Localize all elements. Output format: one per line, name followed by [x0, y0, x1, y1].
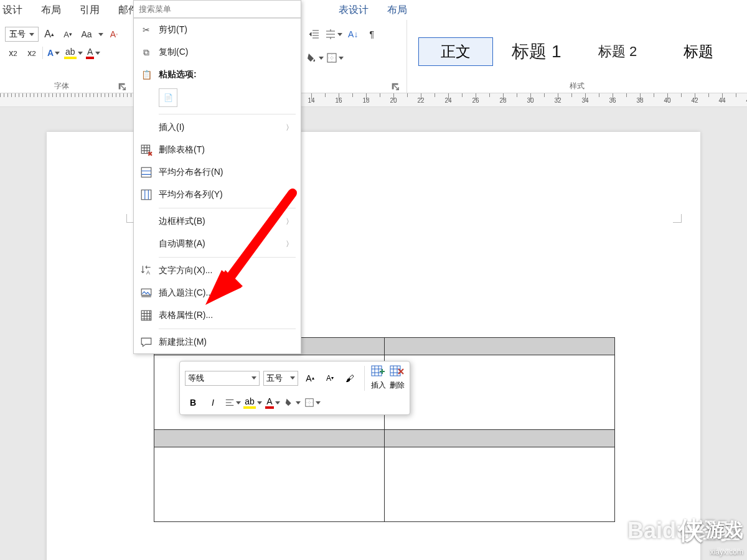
caption-icon: [140, 287, 153, 299]
indent-decrease-button[interactable]: [306, 26, 322, 42]
menu-item-label: 插入题注(C)...: [159, 287, 213, 299]
ruler-number: 44: [718, 97, 725, 104]
menu-copy[interactable]: ⧉ 复制(C): [134, 41, 301, 63]
menu-cut[interactable]: ✂ 剪切(T): [134, 19, 301, 41]
mini-font-color[interactable]: A: [265, 394, 281, 411]
mini-italic[interactable]: I: [205, 394, 221, 411]
text-effects-button[interactable]: A: [45, 45, 62, 61]
svg-rect-3: [141, 190, 151, 200]
menu-distribute-rows[interactable]: 平均分布各行(N): [134, 161, 301, 184]
menu-item-label: 新建批注(M): [159, 337, 207, 348]
shading-button[interactable]: [306, 50, 324, 66]
mini-delete-button[interactable]: 删除: [390, 365, 405, 391]
svg-text:A: A: [146, 269, 150, 276]
ruler-number: 24: [444, 97, 451, 104]
ruler[interactable]: /* no-op placeholder */ 1416182022242628…: [0, 93, 747, 107]
clear-formatting-button[interactable]: A◦: [106, 26, 122, 42]
chevron-right-icon: 〉: [286, 217, 293, 227]
tab-table-design[interactable]: 表设计: [336, 1, 371, 19]
mini-btn-label: 插入: [371, 380, 386, 391]
borders-button[interactable]: [326, 50, 344, 66]
menu-table-properties[interactable]: 表格属性(R)...: [134, 304, 301, 327]
mini-shading[interactable]: [284, 394, 301, 411]
menu-distribute-cols[interactable]: 平均分布各列(Y): [134, 184, 301, 206]
show-marks-button[interactable]: ¶: [364, 26, 380, 42]
mini-borders[interactable]: [304, 394, 321, 411]
ruler-number: 28: [499, 97, 506, 104]
font-color-button[interactable]: A: [85, 45, 101, 61]
table-delete-icon: [390, 365, 405, 379]
tab-references[interactable]: 引用: [77, 1, 102, 19]
sort-button[interactable]: A↓: [345, 26, 361, 42]
mini-toolbar: 等线 五号 A▴ A▾ 🖌 插入 删除 B I ab A: [179, 361, 410, 415]
group-label-styles: 样式: [412, 80, 742, 91]
mini-align[interactable]: [225, 394, 241, 411]
menu-search[interactable]: [134, 1, 301, 19]
shrink-font-button[interactable]: A▾: [60, 26, 76, 42]
change-case-button[interactable]: Aa: [78, 26, 95, 42]
menu-new-comment[interactable]: 新建批注(M): [134, 331, 301, 353]
distribute-cols-icon: [140, 189, 153, 201]
mini-format-painter[interactable]: 🖌: [342, 370, 358, 386]
svg-rect-10: [306, 399, 313, 406]
menu-item-label: 自动调整(A): [159, 238, 205, 250]
paragraph-dialog-launcher-icon[interactable]: [392, 83, 400, 91]
mini-size-select[interactable]: 五号: [263, 371, 298, 386]
table-row[interactable]: [154, 447, 615, 522]
mini-btn-label: 删除: [390, 380, 405, 391]
mini-shrink-font[interactable]: A▾: [322, 370, 338, 386]
menu-item-label: 剪切(T): [159, 24, 187, 35]
menu-autofit[interactable]: 自动调整(A) 〉: [134, 233, 301, 255]
svg-rect-2: [141, 167, 151, 177]
menu-item-label: 粘贴选项:: [159, 69, 197, 80]
mini-grow-font[interactable]: A▴: [302, 370, 318, 386]
menu-insert[interactable]: 插入(I) 〉: [134, 116, 301, 139]
style-heading2[interactable]: 标题 2: [580, 38, 655, 65]
group-styles: 正文 标题 1 标题 2 标题 样式: [407, 20, 747, 93]
margin-mark-icon: [670, 212, 682, 223]
menu-delete-table[interactable]: 删除表格(T): [134, 139, 301, 161]
tab-table-layout[interactable]: 布局: [385, 1, 410, 19]
table-insert-icon: [371, 365, 386, 379]
menu-search-input[interactable]: [134, 1, 301, 18]
ruler-number: 40: [664, 97, 670, 104]
menu-insert-caption[interactable]: 插入题注(C)...: [134, 282, 301, 304]
ribbon: 五号 A▴ A▾ Aa A◦ x2 x2 A ab A 字体: [0, 20, 747, 93]
mini-insert-button[interactable]: 插入: [371, 365, 386, 391]
tab-design[interactable]: 设计: [0, 1, 25, 19]
menu-item-label: 平均分布各列(Y): [159, 189, 223, 200]
ruler-number: 16: [335, 97, 342, 104]
table-properties-icon: [140, 309, 153, 322]
menu-item-label: 文字方向(X)...: [159, 265, 212, 276]
menu-item-label: 平均分布各行(N): [159, 167, 223, 178]
tab-layout[interactable]: 布局: [39, 1, 63, 19]
watermark-xiayx: 侠游戏 xiayx.com: [679, 513, 743, 556]
ruler-number: 30: [527, 97, 533, 104]
align-distribute-button[interactable]: [325, 26, 342, 42]
superscript-button[interactable]: x2: [24, 45, 40, 61]
font-size-select[interactable]: 五号: [5, 27, 39, 42]
mini-bold[interactable]: B: [185, 394, 201, 411]
comment-icon: [140, 336, 153, 348]
ruler-number: 36: [609, 97, 616, 104]
grow-font-button[interactable]: A▴: [41, 26, 57, 42]
ruler-number: 26: [472, 97, 479, 104]
menu-item-label: 复制(C): [159, 47, 188, 58]
table-row[interactable]: [154, 430, 615, 447]
font-dialog-launcher-icon[interactable]: [118, 83, 127, 91]
style-heading1[interactable]: 标题 1: [499, 35, 574, 68]
highlight-button[interactable]: ab: [64, 45, 83, 61]
mini-highlight[interactable]: ab: [245, 394, 261, 411]
table-delete-icon: [140, 144, 153, 156]
menu-border-style[interactable]: 边框样式(B) 〉: [134, 210, 301, 233]
chevron-right-icon: 〉: [286, 239, 293, 250]
copy-icon: ⧉: [140, 46, 153, 58]
style-heading[interactable]: 标题: [661, 37, 736, 66]
paste-option-keep-source[interactable]: 📄: [159, 88, 177, 107]
style-normal[interactable]: 正文: [418, 37, 493, 66]
menu-item-label: 边框样式(B): [159, 216, 205, 227]
subscript-button[interactable]: x2: [5, 45, 21, 61]
mini-font-select[interactable]: 等线: [185, 371, 260, 386]
svg-rect-0: [327, 54, 336, 62]
menu-text-direction[interactable]: A 文字方向(X)...: [134, 259, 301, 282]
